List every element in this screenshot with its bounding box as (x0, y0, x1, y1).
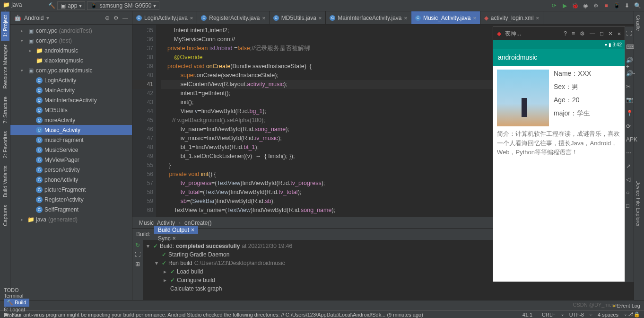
git-icon[interactable]: ⎇ (627, 311, 634, 318)
emu-help-icon[interactable]: ? (564, 30, 567, 37)
emu-min-icon[interactable]: — (590, 30, 595, 37)
close-icon[interactable]: × (536, 15, 539, 21)
rail-project[interactable]: 1: Project (1, 11, 9, 41)
emu-close-icon[interactable]: ✕ (608, 30, 613, 37)
close-icon[interactable]: × (404, 15, 407, 21)
stop-icon[interactable]: ■ (602, 2, 610, 9)
editor-tab[interactable]: CMainInterfaceActivity.java× (326, 11, 411, 24)
tree-item[interactable]: CphoneActivity (10, 175, 132, 185)
emu-rotate-icon[interactable]: ⟳ (626, 123, 633, 130)
rail-resource-manager[interactable]: Resource Manager (1, 41, 9, 93)
sdk-icon[interactable]: ⬇ (623, 2, 631, 9)
emu-more-icon[interactable]: ⋯ (626, 150, 633, 156)
debug-icon[interactable]: 🐞 (571, 2, 579, 9)
warning-bar: ▣ Your anti-virus program might be impac… (0, 310, 644, 318)
tree-item[interactable]: CMusicService (10, 145, 132, 155)
line-gutter: 3536373839404142434445464748495556575859… (132, 25, 156, 217)
project-header[interactable]: 🤖 Android ▾ ⊖ ⚙ — (10, 11, 132, 25)
run-config-selector[interactable]: ▣ app ▾ (57, 1, 85, 10)
emu-recent-icon[interactable]: □ (626, 203, 633, 209)
app-toolbar: androidmusic (493, 49, 625, 66)
emulator-side-toolbar: ⛶ ⌨ 🔊+ 🔊- ✂ 📷 📍 ⟳ APK ⋯ ↗ ◁ ○ □ (625, 26, 634, 282)
tree-item[interactable]: CMusic_Activity (10, 125, 132, 135)
tree-item[interactable]: ▸📁java (generated) (10, 214, 132, 224)
rail-structure[interactable]: 7: Structure (1, 93, 9, 127)
tree-item[interactable]: CpictureFragment (10, 185, 132, 194)
emu-voldown-icon[interactable]: 🔊- (626, 70, 633, 77)
statusbar-item[interactable]: TODO (4, 287, 29, 293)
build-hammer-icon[interactable]: 🔨 (48, 2, 55, 9)
tree-item[interactable]: 📁xiaoxiongmusic (10, 55, 132, 65)
android-status-bar: ▾ ▮ 3:42 (493, 40, 625, 49)
editor-tab[interactable]: ◆activity_login.xml× (480, 11, 543, 24)
statusbar-item[interactable]: 🔨 Build (4, 299, 29, 307)
editor-tab[interactable]: CMusic_Activity.java× (411, 11, 480, 24)
emu-menu-icon[interactable]: ≡ (572, 30, 575, 37)
rail-gradle[interactable]: Gradle (634, 11, 643, 35)
avd-icon[interactable]: 📱 (613, 2, 620, 9)
close-icon[interactable]: × (190, 15, 193, 21)
search-icon[interactable]: 🔍 (634, 2, 641, 9)
close-icon[interactable]: × (191, 227, 194, 233)
statusbar-item[interactable]: Terminal (4, 293, 29, 299)
emu-gear-icon[interactable]: ⚙ (580, 30, 585, 37)
emu-collapse-icon[interactable]: « (618, 30, 621, 37)
build-row[interactable]: Calculate task graph (147, 284, 602, 293)
tree-item[interactable]: ▸📁androidmusic (10, 45, 132, 55)
close-icon[interactable]: × (262, 15, 265, 21)
emu-share-icon[interactable]: ↗ (626, 163, 633, 169)
profile-icon[interactable]: ◉ (582, 2, 589, 9)
project-tree[interactable]: ▸▣com.ypc (androidTest)▾▣com.ypc (test)▸… (10, 25, 132, 300)
tree-item[interactable]: ▾▣com.ypc.androidmusic (10, 65, 132, 75)
attach-icon[interactable]: ⚙ (592, 2, 600, 9)
emu-apk-icon[interactable]: APK (626, 136, 633, 143)
tree-item[interactable]: ▸▣com.ypc (androidTest) (10, 26, 132, 35)
tree-item[interactable]: CMainActivity (10, 85, 132, 95)
tree-item[interactable]: CMainInterfaceActivity (10, 95, 132, 105)
emu-volup-icon[interactable]: 🔊+ (626, 57, 633, 63)
rail-favorites[interactable]: 2: Favorites (1, 127, 9, 162)
tree-item[interactable]: CMyViewPager (10, 155, 132, 165)
gear-icon[interactable]: ⚙ (113, 15, 119, 21)
hide-icon[interactable]: — (122, 15, 128, 21)
emu-screenshot-icon[interactable]: 📷 (626, 97, 633, 103)
expand-icon[interactable]: ⊞ (135, 261, 140, 267)
filter-icon[interactable]: ⛶ (135, 251, 140, 258)
emu-max-icon[interactable]: □ (600, 30, 603, 37)
tree-item[interactable]: CLoginActivity (10, 75, 132, 85)
sync-icon[interactable]: ⟳ (550, 2, 558, 9)
tree-item[interactable]: ▾▣com.ypc (test) (10, 35, 132, 45)
tree-item[interactable]: CRegisterActivity (10, 194, 132, 204)
run-icon[interactable]: ▶ (561, 2, 568, 9)
close-icon[interactable]: × (473, 15, 476, 21)
emu-fullscreen-icon[interactable]: ⛶ (626, 30, 633, 37)
rail-build-variants[interactable]: Build Variants (1, 162, 9, 201)
emu-shake-icon[interactable]: ✂ (626, 83, 633, 90)
rail-device-explorer[interactable]: Device File Explorer (634, 177, 643, 230)
editor-tab[interactable]: CRegisterActivity.java× (197, 11, 270, 24)
emu-home-icon[interactable]: ○ (626, 189, 633, 196)
emu-keyboard-icon[interactable]: ⌨ (626, 44, 633, 50)
nox-logo-icon: ◆ (497, 30, 501, 37)
tree-item[interactable]: CmoreActivity (10, 115, 132, 125)
collapse-icon[interactable]: ⊖ (105, 15, 110, 21)
device-selector[interactable]: 📱 samsung SM-G9550 ▾ (87, 1, 159, 10)
rerun-icon[interactable]: ↻ (135, 242, 140, 248)
breadcrumb-item[interactable]: 📁 java (3, 1, 46, 8)
close-icon[interactable]: × (319, 15, 322, 21)
build-tab[interactable]: Build Output × (154, 226, 198, 234)
tree-item[interactable]: CpersonActivity (10, 165, 132, 175)
tree-item[interactable]: CMD5Utils (10, 105, 132, 115)
tree-item[interactable]: CSelfFragment (10, 204, 132, 214)
profile-bio: 简介：计算机软件工程在读，成谜音乐，喜欢一个人看海回忆往事，擅长Java，And… (497, 129, 621, 157)
left-tool-rail: 1: Project Resource Manager 7: Structure… (0, 11, 10, 300)
emulator-titlebar[interactable]: ◆ 夜神... ? ≡ ⚙ — □ ✕ « (493, 27, 625, 40)
emu-location-icon[interactable]: 📍 (626, 110, 633, 116)
breadcrumb-bar: 📁 androidmusic〉📁 app〉📁 src〉📁 main〉📁 java… (0, 0, 644, 11)
editor-tab[interactable]: CLoginActivity.java× (132, 11, 197, 24)
emu-back-icon[interactable]: ◁ (626, 176, 633, 183)
editor-tab[interactable]: CMD5Utils.java× (270, 11, 326, 24)
rail-captures[interactable]: Captures (1, 201, 9, 230)
emulator-screen[interactable]: ▾ ▮ 3:42 androidmusic Name：XXX Sex：男 Age… (493, 40, 625, 282)
tree-item[interactable]: CmusicFragment (10, 135, 132, 145)
